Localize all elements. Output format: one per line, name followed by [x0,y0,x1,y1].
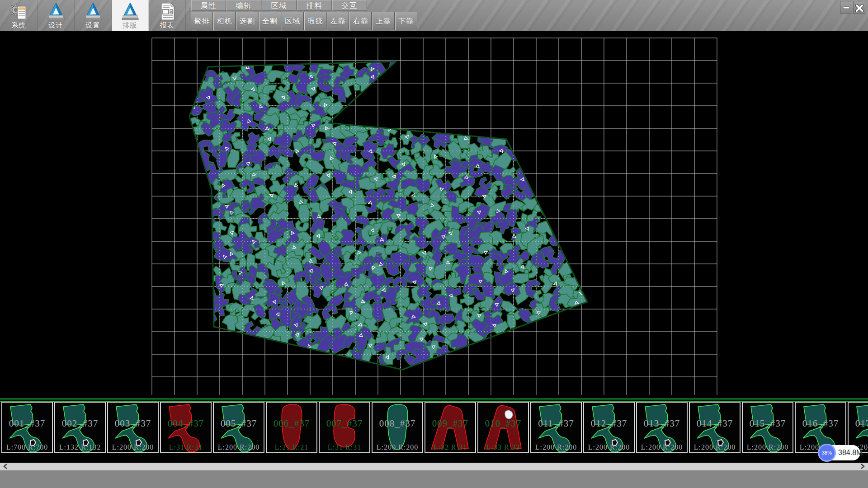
piece-lr-info: L:200 R:200 [214,443,264,451]
set-square-icon [121,2,140,21]
piece-thumbnail-004_#37[interactable]: 004_#37 L:31 R:31 [160,402,212,453]
piece-id: 005_#37 [214,418,264,429]
tool-button-align-top[interactable]: 上靠 [373,12,395,30]
report-page-icon [158,2,177,21]
piece-lr-info: L:31 R:31 [161,443,211,451]
nav-button-design[interactable]: 设计 [38,0,75,31]
memory-percent: 38% [818,444,836,462]
piece-lr-info: L:200 R:200 [743,443,793,451]
menu-button-edit[interactable]: 编辑 [226,0,261,11]
pieces-strip: 001_#37 L:700 R:700 002_#37 L:132 R:132 … [0,399,868,452]
piece-thumbnail-006_#37[interactable]: 006_#37 L:21 R:21 [266,402,317,453]
piece-thumbnail-002_#37[interactable]: 002_#37 L:132 R:132 [54,402,106,453]
piece-lr-info: L:21 R:21 [267,443,316,451]
piece-id: 014_#37 [690,418,740,429]
piece-id: 013_#37 [637,418,687,429]
title-toolbar: 系统 设计 设置 排版 报表 [0,0,868,31]
memory-value: 384.8M [838,445,862,460]
tool-button-align-left[interactable]: 左靠 [327,12,349,30]
piece-id: 008_#37 [373,418,422,429]
piece-thumbnail-015_#37[interactable]: 015_#37 L:200 R:200 [742,402,793,453]
piece-thumbnail-001_#37[interactable]: 001_#37 L:700 R:700 [1,402,53,453]
piece-lr-info: L:31 R:31 [320,443,369,451]
nav-label-design: 设计 [38,21,74,30]
set-square-icon [47,2,66,21]
nav-label-settings: 设置 [75,21,111,30]
gear-document-icon [9,2,28,21]
menu-button-region[interactable]: 区域 [262,0,297,11]
close-icon [855,4,863,12]
nav-button-layout[interactable]: 排版 [112,0,149,31]
tool-button-align-right[interactable]: 右靠 [349,12,372,30]
menu-button-nesting[interactable]: 排料 [297,0,332,11]
chevron-left-icon [3,464,8,469]
piece-thumbnail-008_#37[interactable]: 008_#37 L:200 R:200 [372,402,423,453]
piece-lr-info: L:200 R:200 [637,443,687,451]
chevron-right-icon [860,464,865,469]
tool-button-defect[interactable]: 瑕疵 [304,12,326,30]
status-band [0,470,868,488]
tool-button-cut-all[interactable]: 全割 [259,12,281,30]
horizontal-scrollbar[interactable] [0,463,868,470]
nested-pieces [184,53,591,369]
menu-button-interact[interactable]: 交互 [332,0,367,11]
scroll-left-button[interactable] [0,463,11,470]
piece-lr-info: L:200 R:200 [531,443,581,451]
piece-thumbnail-012_#37[interactable]: 012_#37 L:200 R:200 [583,402,635,453]
app-window: 系统 设计 设置 排版 报表 [0,0,868,488]
set-square-icon [84,2,103,21]
piece-id: 004_#37 [161,418,211,429]
piece-id: 017_#37 [849,418,868,429]
piece-id: 015_#37 [743,418,793,429]
nesting-canvas[interactable] [0,31,868,399]
scroll-right-button[interactable] [857,463,868,470]
tool-button-region[interactable]: 区域 [282,12,304,30]
nav-button-settings[interactable]: 设置 [75,0,112,31]
tool-button-cluster-nest[interactable]: 聚排 [191,12,213,30]
minimize-icon [843,4,850,11]
piece-lr-info: L:132 R:132 [55,443,105,451]
piece-lr-info: L:200 R:200 [108,443,158,451]
piece-id: 003_#37 [108,418,158,429]
piece-thumbnail-013_#37[interactable]: 013_#37 L:200 R:200 [636,402,688,453]
punch-hole [505,411,512,419]
piece-id: 002_#37 [55,418,105,429]
piece-thumbnail-010_#37[interactable]: 010_#37 L:33 R:33 [477,402,529,453]
tool-button-camera[interactable]: 相机 [213,12,236,30]
memory-badge[interactable]: 38% 384.8M [819,445,860,460]
tool-button-select-cut[interactable]: 选割 [236,12,258,30]
piece-lr-info: L:33 R:33 [478,443,528,451]
piece-lr-info: L:200 R:200 [373,443,422,451]
piece-thumbnail-005_#37[interactable]: 005_#37 L:200 R:200 [213,402,264,453]
piece-lr-info: L:200 R:200 [690,443,740,451]
piece-id: 001_#37 [2,418,52,429]
piece-lr-info: L:200 R:200 [584,443,634,451]
nav-button-system[interactable]: 系统 [0,0,38,31]
nav-label-layout: 排版 [112,21,148,30]
close-button[interactable] [853,1,865,14]
piece-lr-info: L:32 R:31 [425,443,475,451]
piece-id: 009_#37 [425,418,475,429]
piece-thumbnail-014_#37[interactable]: 014_#37 L:200 R:200 [689,402,741,453]
piece-thumbnail-007_#37[interactable]: 007_#37 L:31 R:31 [319,402,370,453]
piece-id: 010_#37 [478,418,528,429]
piece-id: 011_#37 [531,418,581,429]
piece-id: 016_#37 [796,418,845,429]
menu-button-properties[interactable]: 属性 [191,0,226,11]
nav-label-report: 报表 [149,21,185,30]
piece-lr-info: L:700 R:700 [2,443,52,451]
nav-label-system: 系统 [0,21,37,30]
piece-id: 007_#37 [320,418,369,429]
piece-thumbnail-003_#37[interactable]: 003_#37 L:200 R:200 [107,402,159,453]
nav-button-report[interactable]: 报表 [149,0,186,31]
tool-button-align-bottom[interactable]: 下靠 [395,12,417,30]
minimize-button[interactable] [840,1,852,14]
piece-thumbnail-009_#37[interactable]: 009_#37 L:32 R:31 [425,402,476,453]
piece-id: 006_#37 [267,418,316,429]
piece-id: 012_#37 [584,418,634,429]
piece-thumbnail-011_#37[interactable]: 011_#37 L:200 R:200 [530,402,582,453]
